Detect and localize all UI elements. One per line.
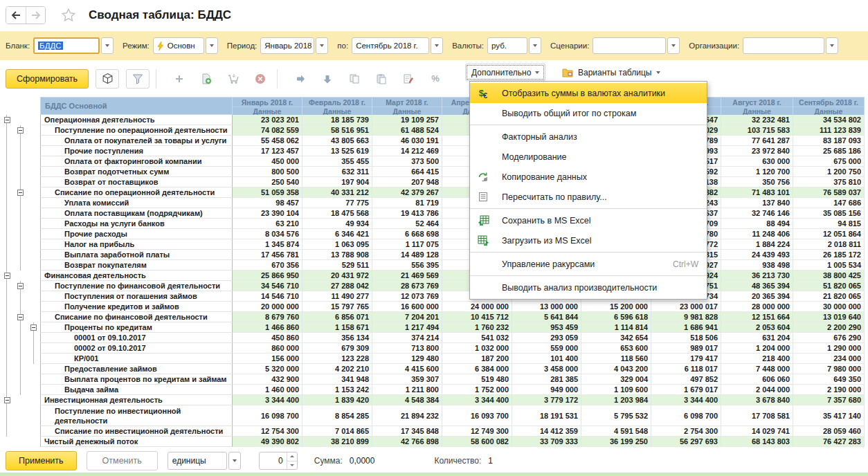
- data-cell[interactable]: 23 000 017: [651, 302, 721, 312]
- data-cell[interactable]: 77 641 287: [721, 136, 793, 146]
- data-cell[interactable]: 519 480: [442, 374, 512, 385]
- row-label[interactable]: Получение кредитов и займов: [40, 302, 233, 312]
- data-cell[interactable]: 11 490 277: [302, 291, 372, 302]
- column-header[interactable]: Сентябрь 2018 г.Данные: [793, 97, 865, 115]
- data-cell[interactable]: 7 448 000: [721, 364, 793, 374]
- data-cell[interactable]: 14 489 128: [372, 250, 442, 260]
- data-cell[interactable]: 28 059 460: [793, 426, 865, 437]
- mode-input[interactable]: Основн: [153, 37, 204, 54]
- data-cell[interactable]: 25 685 186: [793, 146, 865, 156]
- data-cell[interactable]: 7 204 201: [372, 312, 442, 322]
- organization-dropdown-button[interactable]: [826, 37, 838, 54]
- data-cell[interactable]: 8 854 285: [302, 405, 372, 426]
- data-cell[interactable]: 1 679 017: [651, 385, 721, 395]
- data-cell[interactable]: 61 488 524: [372, 125, 442, 136]
- collapse-toggle[interactable]: [0, 271, 14, 281]
- data-cell[interactable]: 18 191 531: [512, 405, 581, 426]
- data-cell[interactable]: 649 350: [793, 374, 865, 385]
- data-cell[interactable]: 6 118 017: [651, 364, 721, 374]
- data-cell[interactable]: 2 190 000: [793, 385, 865, 395]
- collapse-toggle[interactable]: [14, 281, 27, 291]
- data-cell[interactable]: 1 158 671: [302, 322, 372, 333]
- data-cell[interactable]: 953 459: [512, 322, 581, 333]
- data-cell[interactable]: 1 884 224: [721, 239, 793, 250]
- collapse-toggle[interactable]: [27, 322, 40, 333]
- data-cell[interactable]: 2 754 300: [651, 426, 721, 437]
- data-cell[interactable]: 6 856 071: [302, 312, 372, 322]
- data-cell[interactable]: 23 972 840: [721, 146, 793, 156]
- back-button[interactable]: [6, 7, 26, 24]
- data-cell[interactable]: 13 525 619: [302, 146, 372, 156]
- menu-item[interactable]: Загрузить из MS Excel: [470, 230, 707, 250]
- data-cell[interactable]: 938 498: [721, 260, 793, 271]
- data-cell[interactable]: 8 034 576: [233, 229, 302, 239]
- row-label[interactable]: Оплата от факторинговой компании: [40, 156, 233, 167]
- column-header[interactable]: Январь 2018 г.Данные: [233, 97, 302, 115]
- data-cell[interactable]: 1 290 000: [793, 343, 865, 354]
- data-cell[interactable]: 6 098 700: [651, 405, 721, 426]
- row-label[interactable]: Прочие расходы: [40, 229, 233, 239]
- data-cell[interactable]: 1 839 420: [302, 395, 372, 405]
- data-cell[interactable]: 1 686 941: [651, 322, 721, 333]
- cancel-button[interactable]: Отменить: [87, 451, 158, 470]
- data-cell[interactable]: 207 948: [372, 177, 442, 187]
- units-select[interactable]: единицы: [168, 452, 227, 470]
- data-cell[interactable]: 1 005 534: [793, 260, 865, 271]
- data-cell[interactable]: 800 500: [233, 167, 302, 177]
- data-cell[interactable]: 432 900: [233, 374, 302, 385]
- row-label[interactable]: Инвестиционная деятельность: [40, 395, 233, 405]
- data-cell[interactable]: 30 000 000: [793, 302, 865, 312]
- data-cell[interactable]: 6 668 698: [372, 229, 442, 239]
- data-cell[interactable]: 51 059 358: [233, 187, 302, 198]
- data-cell[interactable]: 1 063 095: [302, 239, 372, 250]
- generate-button[interactable]: Сформировать: [6, 69, 89, 89]
- data-cell[interactable]: 630 000: [721, 156, 793, 167]
- data-cell[interactable]: 17 456 781: [233, 250, 302, 260]
- data-cell[interactable]: 1 217 494: [372, 322, 442, 333]
- data-cell[interactable]: 3 344 400: [233, 395, 302, 405]
- data-cell[interactable]: 71 483 101: [721, 187, 793, 198]
- data-cell[interactable]: 23 390 104: [233, 208, 302, 219]
- data-cell[interactable]: 21 894 232: [372, 405, 442, 426]
- data-cell[interactable]: 14 546 710: [233, 291, 302, 302]
- data-cell[interactable]: 1 466 860: [233, 322, 302, 333]
- data-cell[interactable]: 20 365 394: [721, 291, 793, 302]
- data-cell[interactable]: 101 400: [512, 354, 581, 364]
- data-cell[interactable]: 1 345 874: [233, 239, 302, 250]
- data-cell[interactable]: 118 560: [581, 354, 651, 364]
- data-cell[interactable]: 179 417: [651, 354, 721, 364]
- period-from-input[interactable]: Январь 2018: [260, 37, 314, 54]
- menu-item[interactable]: Копирование данных: [470, 167, 707, 187]
- data-cell[interactable]: 341 948: [302, 374, 372, 385]
- row-label[interactable]: Операционная деятельность: [40, 115, 233, 125]
- data-cell[interactable]: 653 600: [581, 343, 651, 354]
- scenario-dropdown-button[interactable]: [667, 37, 680, 54]
- data-cell[interactable]: 51 820 065: [793, 281, 865, 291]
- data-cell[interactable]: 38 210 899: [302, 437, 372, 447]
- data-cell[interactable]: 12 749 300: [442, 426, 512, 437]
- data-cell[interactable]: 1 460 000: [233, 385, 302, 395]
- row-label[interactable]: 00002 от 09.10.2017: [40, 343, 233, 354]
- row-label[interactable]: Списание по операционной деятельности: [40, 187, 233, 198]
- data-cell[interactable]: 2 200 290: [793, 322, 865, 333]
- row-label[interactable]: Расходы на услуги банков: [40, 219, 233, 229]
- period-to-dropdown-button[interactable]: [431, 37, 443, 54]
- row-label[interactable]: Поступление по инвестиционной деятельнос…: [40, 405, 233, 426]
- data-cell[interactable]: 17 708 581: [721, 405, 793, 426]
- data-cell[interactable]: 670 356: [233, 260, 302, 271]
- data-cell[interactable]: 949 000: [512, 385, 581, 395]
- more-actions-button[interactable]: Дополнительно: [465, 64, 545, 81]
- menu-item[interactable]: $€Отобразить суммы в валютах аналитики: [470, 83, 707, 103]
- data-cell[interactable]: 631 204: [721, 333, 793, 343]
- data-cell[interactable]: 355 455: [302, 156, 372, 167]
- data-cell[interactable]: 1 117 075: [372, 239, 442, 250]
- data-cell[interactable]: 28 673 769: [372, 281, 442, 291]
- blank-dropdown-button[interactable]: [101, 37, 114, 54]
- data-cell[interactable]: 1 752 000: [442, 385, 512, 395]
- data-cell[interactable]: 250 540: [233, 177, 302, 187]
- data-cell[interactable]: 374 214: [372, 333, 442, 343]
- data-cell[interactable]: 679 309: [302, 343, 372, 354]
- row-label[interactable]: Поступление по финансовой деятельности: [40, 281, 233, 291]
- data-cell[interactable]: 6 596 618: [581, 312, 651, 322]
- data-cell[interactable]: 19 413 786: [372, 208, 442, 219]
